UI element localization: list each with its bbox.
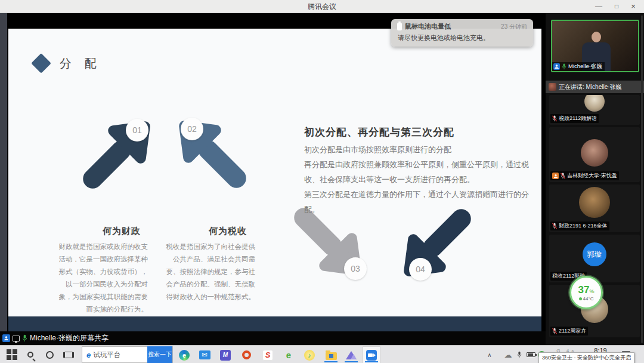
taskbar-icon-xunlei[interactable] [342,346,360,363]
participant-tile[interactable]: 财政2191 6-216全体 [549,184,640,232]
search-icon [27,352,33,358]
taskbar-icon-edge[interactable]: e [175,346,193,363]
step-number-2: 02 [181,118,203,140]
window-titlebar: 腾讯会议 — □ × [0,0,644,13]
step-number-3: 03 [344,257,367,280]
office-icon [242,350,251,359]
participant-tile[interactable]: 税政2112顾解语 [549,95,640,125]
section-body-tax: 税收是指国家为了向社会提供公共产品、满足社会共同需要、按照法律的规定，参与社会产… [166,241,255,303]
share-left-edge [0,13,7,345]
temperature-value: 44°C [579,296,594,302]
task-view-button[interactable] [61,346,76,363]
presenter-person-icon [2,334,10,342]
main-paragraph-3: 第三次分配是在道德力量的作用下，通过个人资源捐赠而进行的分配。 [304,187,541,217]
main-heading: 初次分配、再分配与第三次分配 [304,125,454,139]
mic-on-icon [22,334,27,342]
participant-name: Michelle·张巍 [568,63,602,70]
taskbar-icon-office[interactable] [237,346,255,363]
tray-cloud-icon[interactable]: ☁ [502,346,514,363]
taskbar-search-button[interactable] [23,346,38,363]
mic-muted-icon [552,328,557,334]
share-status-label: Michelle·张巍的屏幕共享 [30,333,109,343]
tray-tooltip: 360安全卫士 - 安全防护中心完全开启 [538,352,634,363]
now-speaking-label: 正在讲话: Michelle·张巍 [559,83,622,91]
now-speaking-banner: 正在讲话: Michelle·张巍 [546,81,644,93]
person-badge-icon [553,63,560,70]
system-monitor-ball[interactable]: 37 % 44°C [569,276,603,309]
cortana-button[interactable] [42,346,57,363]
host-badge-icon [552,173,559,179]
windows-logo-icon [7,349,17,360]
close-button[interactable]: × [625,0,642,13]
cortana-icon [46,351,54,359]
battery-icon [397,23,402,30]
slide-title: 分 配 [60,56,101,72]
main-paragraph-1: 初次分配是由市场按照效率原则进行的分配 [304,142,541,157]
taskbar-icon-tencent-meeting-active[interactable] [363,346,380,363]
wps-icon: S [262,350,273,361]
taskbar-icon-voov[interactable]: M [216,346,234,363]
folder-icon [326,352,337,360]
taskbar-icon-360-browser[interactable]: e [280,346,298,363]
taskbar-icon-wps[interactable]: S [259,346,277,363]
mic-on-icon [562,63,566,70]
memory-percent: 37 [578,284,590,296]
avatar [579,187,610,218]
minimize-button[interactable]: — [590,0,607,13]
main-paragraphs: 初次分配是由市场按照效率原则进行的分配 再分配是由政府按照兼顾效率和公平原则，侧… [304,142,541,217]
tray-battery-icon[interactable] [525,346,537,363]
mountain-icon [346,351,357,359]
participant-tile[interactable]: 郭璇 税收2112郭璇 [549,235,640,282]
notification-body: 请尽快更换电池或给电池充电。 [397,33,527,42]
taskbar-icon-mail[interactable]: ✉ [196,346,213,363]
slide-footer-band [8,316,541,331]
taskbar-search-box[interactable]: e 搜索一下 [82,346,173,363]
window-title: 腾讯会议 [0,2,644,12]
qq-music-icon: ♪ [304,350,315,361]
notification-title: 鼠标电池电量低 [405,22,498,31]
section-body-finance: 财政就是指国家或政府的收支活动，它是一国政府选择某种形式（实物、力役或货币），以… [57,241,148,316]
share-status-bar: Michelle·张巍的屏幕共享 [0,331,546,345]
battery-notification[interactable]: 鼠标电池电量低 23 分钟前 请尽快更换电池或给电池充电。 [391,19,533,47]
section-heading-finance: 何为财政 [103,226,141,237]
sidebar-scrollbar[interactable] [641,16,643,343]
mic-muted-icon [552,223,557,229]
screen: 腾讯会议 — □ × 分 配 01 02 03 04 何为财政 财政就是指国家或… [0,0,644,363]
presenter-silhouette [592,32,601,42]
participant-name: 税政2112顾解语 [559,115,597,122]
participant-name: 吉林财经大学-宋忱盈 [567,172,617,180]
start-button[interactable] [4,346,20,363]
avatar [581,139,608,167]
participant-tile[interactable]: 吉林财经大学-宋忱盈 [549,127,640,182]
search-engine-icon: e [86,350,91,359]
speaker-avatar [549,83,556,91]
avatar [584,95,605,112]
search-submit-button[interactable]: 搜索一下 [147,346,172,363]
avatar-initials: 郭璇 [583,242,606,266]
voov-icon: M [220,350,231,361]
mic-muted-icon [561,173,565,179]
notification-time: 23 分钟前 [501,23,527,31]
taskbar-icon-file-explorer[interactable] [322,346,340,363]
screen-share-icon [13,336,20,342]
browser-360-icon: e [286,350,291,360]
task-view-icon [64,352,73,358]
maximize-button[interactable]: □ [608,0,625,13]
meeting-camera-icon [366,350,377,361]
participant-name: 财政2191 6-216全体 [559,222,608,230]
main-paragraph-2: 再分配是由政府按照兼顾效率和公平原则，侧重公平原则，通过税收、社会保障支出等这一… [304,157,541,187]
taskbar-icon-qq-music[interactable]: ♪ [301,346,318,363]
mail-icon: ✉ [199,350,210,359]
mic-muted-icon [552,115,557,122]
tray-expand-button[interactable]: ∧ [484,346,495,363]
step-number-4: 04 [409,258,432,281]
participant-name: 2112周家卉 [559,327,586,335]
tray-mic-icon[interactable] [515,346,524,363]
section-heading-tax: 何为税收 [209,226,247,237]
slide-title-diamond-icon [31,53,51,73]
edge-icon: e [179,350,190,361]
participant-video-michelle[interactable]: Michelle·张巍 [551,20,639,72]
step-number-1: 01 [126,119,148,141]
search-input[interactable] [93,351,134,358]
